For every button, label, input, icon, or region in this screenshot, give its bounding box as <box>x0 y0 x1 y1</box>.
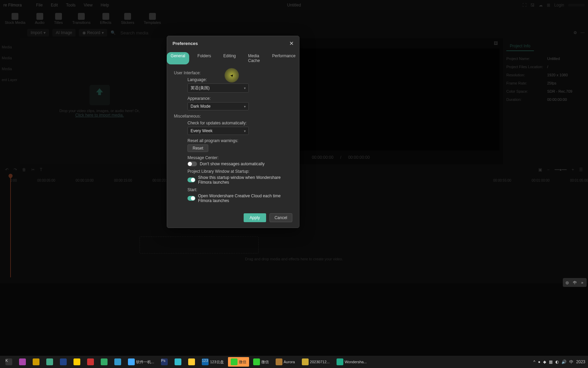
side-pin: ◎ 中 » <box>563 278 587 287</box>
taskbar-item[interactable]: Aurora <box>273 357 298 367</box>
taskbar-item[interactable]: 软件一机... <box>125 357 157 367</box>
reset-button[interactable]: Reset <box>187 144 208 152</box>
taskbar-item[interactable] <box>84 357 97 367</box>
msg-center-label: Message Center: <box>187 155 292 160</box>
start-label: Start: <box>187 187 292 192</box>
section-misc: Miscellaneous: <box>174 114 292 119</box>
app-icon <box>33 358 39 365</box>
updates-select[interactable]: Every Week ▾ <box>187 127 249 135</box>
tray-icon[interactable]: ▦ <box>549 359 553 364</box>
preferences-dialog: Preferences ✕ General Folders Editing Me… <box>167 36 299 228</box>
tray-icon[interactable]: ◐ <box>555 359 559 364</box>
app-icon <box>302 358 309 365</box>
chevron-down-icon: ▾ <box>244 105 246 108</box>
wechat-icon <box>231 358 238 365</box>
updates-label: Check for updates automatically: <box>187 121 292 125</box>
taskbar-item[interactable]: Wondersha... <box>334 357 370 367</box>
taskbar-item[interactable] <box>98 357 110 367</box>
tab-performance[interactable]: Performance <box>268 52 300 64</box>
volume-icon[interactable]: 🔊 <box>561 359 567 364</box>
reset-label: Reset all program warnings: <box>187 138 292 143</box>
app-icon <box>60 358 67 365</box>
section-ui: User Interface: <box>174 71 292 75</box>
dialog-title: Preferences <box>173 41 198 46</box>
start-toggle-label: Open Wondershare Creative Cloud each tim… <box>198 194 292 203</box>
taskbar: K 软件一机... Ps 123123云盘 微信 微信 Aurora 20230… <box>0 356 588 368</box>
taskbar-item[interactable] <box>172 357 184 367</box>
taskbar-item[interactable] <box>112 357 124 367</box>
app-icon <box>19 358 26 365</box>
app-icon <box>175 358 181 365</box>
appearance-select[interactable]: Dark Mode ▾ <box>187 102 249 110</box>
dialog-tabs: General Folders Editing Media Cache Perf… <box>167 51 299 68</box>
app-icon <box>114 358 121 365</box>
lang-indicator[interactable]: 中 <box>569 359 573 365</box>
language-select[interactable]: 英语(美国) ▾ <box>187 83 249 93</box>
taskbar-item[interactable] <box>44 357 56 367</box>
tab-general[interactable]: General <box>167 52 190 64</box>
msg-toggle[interactable] <box>187 162 197 166</box>
tab-folders[interactable]: Folders <box>193 52 215 64</box>
taskbar-item[interactable]: 微信 <box>228 357 249 367</box>
pin-icon[interactable]: ◎ <box>564 279 570 286</box>
clock[interactable]: 2023 <box>576 359 585 364</box>
chevron-down-icon: ▾ <box>244 129 246 133</box>
language-label: Language: <box>187 77 292 82</box>
lang-icon[interactable]: 中 <box>572 279 578 286</box>
cancel-button[interactable]: Cancel <box>270 213 292 222</box>
chevron-up-icon[interactable]: ^ <box>533 359 535 364</box>
app-icon <box>276 358 282 365</box>
app-icon <box>188 358 195 365</box>
app-icon <box>128 358 135 365</box>
tray-icon[interactable]: ◆ <box>543 359 546 364</box>
startup-toggle-label: Show this startup window when Wondershar… <box>198 175 292 185</box>
tab-media-cache[interactable]: Media Cache <box>244 52 264 64</box>
taskbar-item[interactable]: K <box>3 357 15 367</box>
app-icon: 123 <box>202 358 209 365</box>
taskbar-item[interactable]: 微信 <box>250 357 272 367</box>
app-icon <box>46 358 53 365</box>
apply-button[interactable]: Apply <box>244 213 266 222</box>
tab-editing[interactable]: Editing <box>219 52 240 64</box>
appearance-label: Appearance: <box>187 96 292 101</box>
start-toggle[interactable] <box>187 196 195 201</box>
system-tray: ^ ● ◆ ▦ ◐ 🔊 中 2023 <box>533 359 585 365</box>
msg-toggle-label: Don't show messages automatically <box>200 162 264 166</box>
app-icon: Ps <box>161 358 168 365</box>
startup-toggle[interactable] <box>187 178 195 182</box>
startup-label: Project Library Window at Startup: <box>187 169 292 174</box>
tray-icon[interactable]: ● <box>538 359 540 364</box>
taskbar-item[interactable] <box>16 357 29 367</box>
taskbar-item[interactable] <box>71 357 83 367</box>
taskbar-item[interactable]: 20230712... <box>299 357 332 367</box>
chevron-down-icon: ▾ <box>244 86 246 90</box>
app-icon <box>87 358 94 365</box>
taskbar-item[interactable] <box>30 357 42 367</box>
taskbar-item[interactable] <box>57 357 69 367</box>
wechat-icon <box>253 358 260 365</box>
close-icon[interactable]: ✕ <box>289 40 294 47</box>
exp-icon[interactable]: » <box>579 279 585 286</box>
taskbar-item[interactable]: 123123云盘 <box>199 357 226 367</box>
app-icon <box>74 358 80 365</box>
taskbar-item[interactable]: Ps <box>158 357 170 367</box>
filmora-icon <box>337 358 343 365</box>
app-icon <box>101 358 108 365</box>
taskbar-item[interactable] <box>185 357 198 367</box>
app-icon: K <box>5 358 12 365</box>
